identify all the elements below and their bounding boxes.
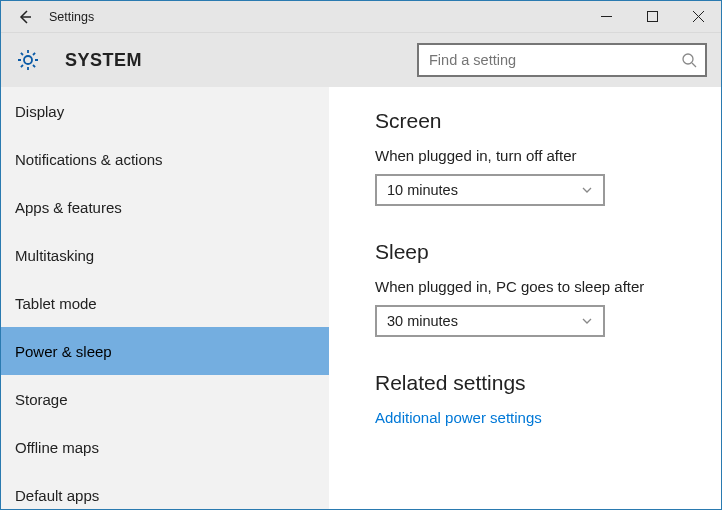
content: Screen When plugged in, turn off after 1… [329,87,721,509]
sidebar-item-label: Multitasking [15,247,94,264]
chevron-down-icon [581,184,593,196]
screen-off-dropdown[interactable]: 10 minutes [375,174,605,206]
maximize-icon [647,11,658,22]
close-button[interactable] [675,1,721,33]
sidebar-item-label: Tablet mode [15,295,97,312]
sidebar-item-label: Notifications & actions [15,151,163,168]
search-box[interactable] [417,43,707,77]
close-icon [693,11,704,22]
window-title: Settings [49,10,94,24]
sleep-label: When plugged in, PC goes to sleep after [375,278,703,295]
arrow-left-icon [16,8,34,26]
header: SYSTEM [1,33,721,87]
sidebar-item-label: Display [15,103,64,120]
sleep-heading: Sleep [375,240,703,264]
svg-point-6 [683,54,693,64]
settings-window: Settings SYSTEM [0,0,722,510]
search-input[interactable] [429,52,681,68]
chevron-down-icon [581,315,593,327]
maximize-button[interactable] [629,1,675,33]
sidebar-item-power-sleep[interactable]: Power & sleep [1,327,329,375]
sidebar-item-label: Offline maps [15,439,99,456]
sidebar-item-storage[interactable]: Storage [1,375,329,423]
svg-line-7 [692,63,696,67]
related-heading: Related settings [375,371,703,395]
sidebar-item-offline-maps[interactable]: Offline maps [1,423,329,471]
screen-off-value: 10 minutes [387,182,458,198]
svg-rect-2 [647,12,657,22]
screen-heading: Screen [375,109,703,133]
sidebar: Display Notifications & actions Apps & f… [1,87,329,509]
sidebar-item-default-apps[interactable]: Default apps [1,471,329,509]
sleep-dropdown[interactable]: 30 minutes [375,305,605,337]
sidebar-item-label: Apps & features [15,199,122,216]
search-icon [681,52,697,68]
sidebar-item-display[interactable]: Display [1,87,329,135]
sidebar-item-tablet-mode[interactable]: Tablet mode [1,279,329,327]
sidebar-item-multitasking[interactable]: Multitasking [1,231,329,279]
sidebar-item-label: Storage [15,391,68,408]
titlebar: Settings [1,1,721,33]
back-button[interactable] [1,1,49,33]
svg-point-5 [24,56,32,64]
screen-off-label: When plugged in, turn off after [375,147,703,164]
sidebar-item-label: Power & sleep [15,343,112,360]
sidebar-item-apps[interactable]: Apps & features [1,183,329,231]
minimize-button[interactable] [583,1,629,33]
page-title: SYSTEM [65,50,142,71]
body: Display Notifications & actions Apps & f… [1,87,721,509]
additional-power-settings-link[interactable]: Additional power settings [375,409,703,426]
gear-icon [15,47,41,73]
sidebar-item-notifications[interactable]: Notifications & actions [1,135,329,183]
sleep-value: 30 minutes [387,313,458,329]
minimize-icon [601,11,612,22]
sidebar-item-label: Default apps [15,487,99,504]
